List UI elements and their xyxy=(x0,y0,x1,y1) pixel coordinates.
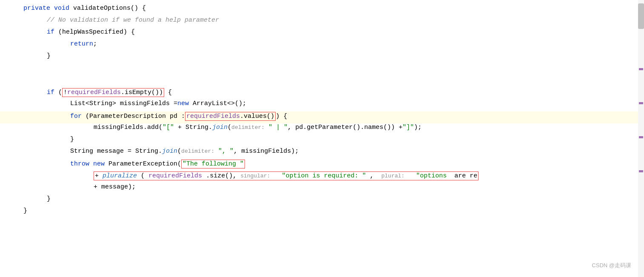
scrollbar[interactable] xyxy=(638,0,644,277)
keyword-if: if xyxy=(47,29,54,36)
param-hint: delimiter: xyxy=(231,124,265,131)
keyword-return: return xyxy=(70,40,93,48)
code-line: } xyxy=(0,195,644,207)
code-editor: private void validateOptions() { // No v… xyxy=(0,0,644,277)
code-text: ( xyxy=(228,124,231,131)
code-line-empty xyxy=(0,76,644,88)
code-field: requiredFields xyxy=(148,172,202,180)
code-text: { xyxy=(164,89,172,96)
method-join: join xyxy=(212,124,228,131)
string-literal: "]" xyxy=(402,124,414,131)
minimap-marker-1 xyxy=(639,68,643,70)
code-text: ); xyxy=(414,124,422,131)
code-text: String message = String. xyxy=(70,148,162,155)
code-text: + String. xyxy=(174,124,212,131)
code-text xyxy=(89,160,93,168)
code-field: requiredFields xyxy=(186,113,240,120)
code-text: validateOptions() { xyxy=(69,5,146,12)
param-hint2: delimiter: xyxy=(181,148,214,154)
comment-text: // No validation if we found a help para… xyxy=(47,17,219,24)
code-text: alues() xyxy=(248,113,274,120)
code-text: ) { xyxy=(276,113,287,120)
code-text xyxy=(408,172,412,180)
keyword-new: new xyxy=(93,160,105,168)
keyword-throw: throw xyxy=(70,160,89,168)
keyword-for: for xyxy=(70,113,82,120)
code-text: ; xyxy=(93,40,97,48)
code-line: missingFields.add( "[" + String. join ( … xyxy=(0,123,644,135)
code-text: + xyxy=(95,172,103,180)
code-line: // No validation if we found a help para… xyxy=(0,16,644,28)
code-line: + pluralize ( requiredFields .size(), si… xyxy=(0,171,644,183)
string-literal: ", " xyxy=(218,148,234,155)
param-hint-plural: plural: xyxy=(382,173,405,179)
code-text: ArrayList<>(); xyxy=(189,100,246,107)
code-text xyxy=(50,5,54,12)
keyword-private: private xyxy=(23,5,50,12)
code-text: } xyxy=(70,136,74,143)
code-line: + message); xyxy=(0,183,644,195)
code-text: (ParameterDescription pd : xyxy=(82,113,185,120)
code-text: .isEmpty()) xyxy=(121,89,163,96)
code-text: } xyxy=(47,52,51,60)
code-field: requiredFields xyxy=(67,89,121,96)
code-text: , pd.getParameter().names()) + xyxy=(288,124,402,131)
keyword-new: new xyxy=(177,100,189,107)
code-line: throw new ParameterException( "The follo… xyxy=(0,159,644,171)
code-text: (helpWasSpecified) { xyxy=(54,29,135,36)
watermark: CSDN @走码课 xyxy=(592,262,631,269)
minimap-marker-3 xyxy=(639,136,643,138)
method-join2: join xyxy=(162,148,177,155)
minimap-marker-2 xyxy=(639,102,643,104)
string-literal: " | " xyxy=(268,124,288,131)
scrollbar-thumb[interactable] xyxy=(638,3,644,29)
code-line: } xyxy=(0,135,644,147)
string-literal: "option is required: " xyxy=(282,172,366,180)
code-text: List<String> missingFields = xyxy=(70,100,177,107)
code-line: String message = String. join ( delimite… xyxy=(0,147,644,159)
code-line-empty xyxy=(0,64,644,76)
code-text: .size(), xyxy=(206,172,240,180)
code-line: for (ParameterDescription pd : requiredF… xyxy=(0,111,644,123)
string-literal: "[" xyxy=(162,124,174,131)
code-line: } xyxy=(0,207,644,219)
minimap-marker-4 xyxy=(639,170,643,172)
red-box-4: + pluralize ( requiredFields .size(), si… xyxy=(94,171,479,180)
code-line: } xyxy=(0,52,644,64)
code-text: ( xyxy=(141,172,145,180)
red-box-2: requiredFields.values() xyxy=(185,112,276,121)
code-text: } xyxy=(47,195,51,203)
string-literal: "The following " xyxy=(182,160,244,168)
code-text: , xyxy=(370,172,377,180)
code-text: + message); xyxy=(94,183,136,191)
code-line: return ; xyxy=(0,40,644,52)
code-line: if ( !requiredFields.isEmpty()) { xyxy=(0,88,644,100)
code-text xyxy=(214,148,218,155)
keyword-void: void xyxy=(54,5,69,12)
code-text: .v xyxy=(240,113,248,120)
code-text: , missingFields); xyxy=(234,148,299,155)
keyword-if: if xyxy=(47,89,54,96)
code-line: List<String> missingFields = new ArrayLi… xyxy=(0,100,644,111)
code-line: if (helpWasSpecified) { xyxy=(0,28,644,40)
code-line: private void validateOptions() { xyxy=(0,4,644,16)
code-text xyxy=(265,124,268,131)
code-text: ( xyxy=(177,148,181,155)
param-hint-singular: singular: xyxy=(240,173,270,179)
code-text xyxy=(274,172,278,180)
code-text: } xyxy=(23,207,27,214)
string-literal: "options xyxy=(416,172,447,180)
code-text: ( xyxy=(54,89,62,96)
red-box-3: "The following " xyxy=(181,160,245,168)
code-text: ! xyxy=(63,89,67,96)
code-text: missingFields.add( xyxy=(94,124,162,131)
red-box-1: !requiredFields.isEmpty()) xyxy=(62,88,164,97)
method-pluralize: pluralize xyxy=(103,172,137,180)
code-text: are re xyxy=(450,172,477,180)
code-text: ParameterException( xyxy=(105,160,181,168)
